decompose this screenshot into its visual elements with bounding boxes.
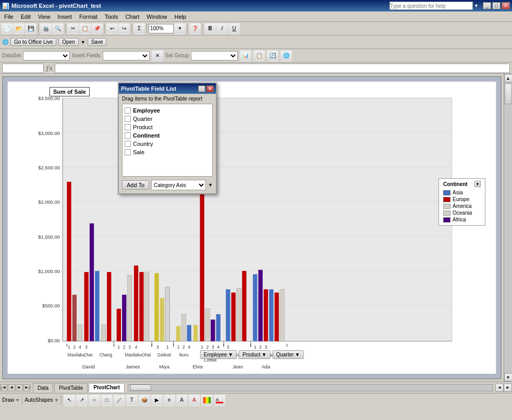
sum-button[interactable]: Σ bbox=[133, 23, 145, 34]
fill-color-button[interactable] bbox=[201, 394, 213, 406]
draw-tool-5[interactable]: ／ bbox=[114, 394, 125, 406]
field-continent[interactable]: Continent bbox=[125, 131, 210, 140]
pivot-tool-3[interactable]: 📋 bbox=[253, 50, 265, 61]
zoom-input[interactable] bbox=[149, 24, 174, 33]
draw-tool-10[interactable]: A bbox=[176, 394, 188, 406]
draw-tool-4[interactable]: □ bbox=[101, 394, 113, 406]
scroll-right-button[interactable]: ► bbox=[504, 384, 512, 392]
svg-text:James: James bbox=[126, 364, 140, 369]
draw-tool-11[interactable]: A bbox=[189, 394, 200, 406]
insert-fields-select[interactable] bbox=[103, 51, 150, 60]
menu-view[interactable]: View bbox=[35, 13, 54, 20]
open-button[interactable]: 📂 bbox=[13, 23, 25, 34]
help-button[interactable]: ❓ bbox=[189, 23, 201, 34]
save-button[interactable]: 💾 bbox=[25, 23, 36, 34]
scroll-track-v[interactable] bbox=[504, 82, 513, 373]
copy-button[interactable]: 📋 bbox=[79, 23, 91, 34]
draw-tool-7[interactable]: 📦 bbox=[139, 394, 150, 406]
name-box[interactable] bbox=[2, 64, 44, 73]
autoshapes-label[interactable]: AutoShapes bbox=[25, 397, 53, 403]
pivot-tool-4[interactable]: 🔄 bbox=[267, 50, 278, 61]
paste-button[interactable]: 📌 bbox=[91, 23, 103, 34]
redo-button[interactable]: ↪ bbox=[118, 23, 130, 34]
menu-insert[interactable]: Insert bbox=[54, 13, 75, 20]
quarter-filter[interactable]: Quarter ▼ bbox=[272, 350, 303, 359]
app-title: Microsoft Excel - pivotChart_test bbox=[11, 3, 101, 9]
menu-window[interactable]: Window bbox=[143, 13, 170, 20]
scroll-left-button[interactable]: ◄ bbox=[495, 384, 504, 392]
draw-tool-9[interactable]: ≡ bbox=[164, 394, 175, 406]
field-employee[interactable]: Employee bbox=[125, 106, 210, 115]
field-country[interactable]: Country bbox=[125, 140, 210, 148]
underline-button[interactable]: U bbox=[228, 23, 240, 34]
pivot-tool-2[interactable]: 📊 bbox=[240, 50, 251, 61]
draw-tool-1[interactable]: ↖ bbox=[64, 394, 75, 406]
main-toolbar: 📄 📂 💾 🖨️ 🔍 ✂ 📋 📌 ↩ ↪ Σ ▼ ❓ B I U bbox=[0, 22, 512, 35]
tab-pivottable[interactable]: PivotTable bbox=[54, 383, 88, 392]
h-scroll-thumb[interactable] bbox=[130, 385, 151, 391]
tab-first-button[interactable]: |◄ bbox=[0, 384, 7, 391]
undo-button[interactable]: ↩ bbox=[106, 23, 118, 34]
svg-rect-44 bbox=[211, 319, 215, 341]
tab-next-button[interactable]: ► bbox=[16, 384, 23, 391]
svg-text:1: 1 bbox=[166, 344, 169, 350]
scroll-down-button[interactable]: ▼ bbox=[504, 373, 513, 381]
tab-data[interactable]: Data bbox=[33, 383, 53, 392]
draw-tool-6[interactable]: T bbox=[126, 394, 138, 406]
new-button[interactable]: 📄 bbox=[1, 23, 13, 34]
zoom-dropdown[interactable]: ▼ bbox=[174, 23, 186, 34]
dialog-minimize-button[interactable]: _ bbox=[198, 85, 205, 92]
dataset-label: DataSet bbox=[2, 53, 21, 58]
svg-rect-38 bbox=[176, 326, 180, 341]
cut-button[interactable]: ✂ bbox=[67, 23, 79, 34]
formula-input[interactable] bbox=[55, 64, 510, 73]
product-filter[interactable]: Product ▼ bbox=[239, 350, 270, 359]
menu-format[interactable]: Format bbox=[76, 13, 101, 20]
add-to-button[interactable]: Add To bbox=[122, 180, 149, 190]
field-sale[interactable]: Sale bbox=[125, 148, 210, 156]
print-button[interactable]: 🖨️ bbox=[40, 23, 52, 34]
svg-rect-56 bbox=[275, 292, 279, 341]
menu-chart[interactable]: Chart bbox=[122, 13, 142, 20]
close-app-button[interactable]: ✕ bbox=[502, 2, 510, 9]
open-button-office[interactable]: Open bbox=[58, 38, 78, 46]
pivot-tool-5[interactable]: 🌐 bbox=[281, 50, 292, 61]
horizontal-scrollbar[interactable] bbox=[128, 384, 493, 391]
font-color-button[interactable]: A bbox=[214, 394, 225, 406]
menu-file[interactable]: File bbox=[1, 13, 17, 20]
scroll-up-button[interactable]: ▲ bbox=[504, 74, 513, 82]
draw-tool-2[interactable]: ↗ bbox=[76, 394, 88, 406]
tab-last-button[interactable]: ►| bbox=[23, 384, 31, 391]
svg-text:Elvis: Elvis bbox=[192, 364, 203, 369]
help-dropdown[interactable]: ▼ bbox=[474, 3, 479, 8]
bold-button[interactable]: B bbox=[204, 23, 216, 34]
menu-edit[interactable]: Edit bbox=[18, 13, 34, 20]
field-quarter[interactable]: Quarter bbox=[125, 115, 210, 123]
menu-help[interactable]: Help bbox=[171, 13, 189, 20]
draw-dropdown[interactable]: ▼ bbox=[15, 398, 20, 403]
minimize-button[interactable]: _ bbox=[483, 2, 491, 9]
employee-filter[interactable]: Employee ▼ bbox=[200, 350, 237, 359]
menu-tools[interactable]: Tools bbox=[102, 13, 121, 20]
preview-button[interactable]: 🔍 bbox=[52, 23, 64, 34]
tab-pivotchart[interactable]: PivotChart bbox=[89, 383, 125, 392]
scroll-thumb-v[interactable] bbox=[505, 83, 512, 104]
dialog-close-button[interactable]: ✕ bbox=[206, 85, 214, 92]
draw-tool-8[interactable]: ▶ bbox=[151, 394, 163, 406]
draw-tool-3[interactable]: ○ bbox=[89, 394, 100, 406]
pivot-tool-1[interactable]: ✕ bbox=[152, 50, 163, 61]
fill-color-preview bbox=[203, 397, 211, 403]
help-input[interactable] bbox=[389, 2, 473, 10]
italic-button[interactable]: I bbox=[216, 23, 228, 34]
legend-dropdown[interactable]: ▼ bbox=[474, 181, 481, 187]
set-group-select[interactable] bbox=[191, 51, 238, 60]
autoshapes-dropdown[interactable]: ▼ bbox=[54, 398, 59, 403]
open-dropdown-icon[interactable]: ▼ bbox=[81, 40, 86, 45]
save-button-office[interactable]: Save bbox=[88, 38, 107, 46]
go-to-office-button[interactable]: Go to Office Live bbox=[10, 38, 56, 46]
maximize-button[interactable]: □ bbox=[492, 2, 501, 9]
field-product[interactable]: Product bbox=[125, 123, 210, 131]
dataset-select[interactable] bbox=[23, 51, 70, 60]
tab-prev-button[interactable]: ◄ bbox=[8, 384, 15, 391]
category-axis-select[interactable]: Category Axis bbox=[151, 180, 206, 190]
